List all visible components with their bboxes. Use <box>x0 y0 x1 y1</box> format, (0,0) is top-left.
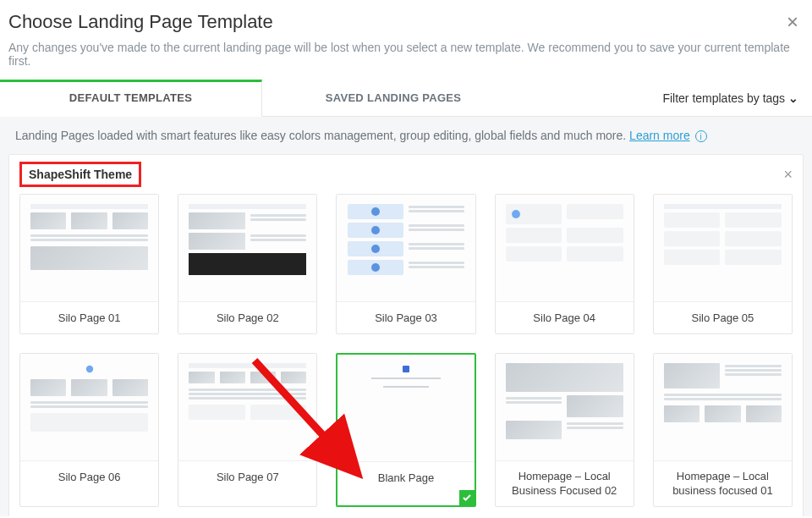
tab-saved-landing-pages[interactable]: SAVED LANDING PAGES <box>262 80 524 116</box>
template-thumbnail <box>337 195 475 301</box>
section-description: Landing Pages loaded with smart features… <box>8 129 804 154</box>
theme-panel: ShapeShift Theme × Silo Page 01 <box>8 154 804 516</box>
template-card[interactable]: Silo Page 07 <box>178 353 317 507</box>
template-label: Silo Page 05 <box>654 301 792 333</box>
template-thumbnail <box>654 354 792 460</box>
template-label: Silo Page 06 <box>20 460 158 493</box>
close-icon[interactable]: × <box>787 10 798 34</box>
template-card[interactable]: Silo Page 04 <box>495 194 634 334</box>
template-card[interactable]: Silo Page 01 <box>19 194 159 334</box>
tab-default-templates[interactable]: DEFAULT TEMPLATES <box>0 80 262 117</box>
selected-check-icon <box>459 490 475 505</box>
theme-title: ShapeShift Theme <box>19 162 141 187</box>
template-card[interactable]: Homepage – Local business focused 01 <box>653 353 793 507</box>
desc-text: Landing Pages loaded with smart features… <box>15 129 629 142</box>
panel-header: ShapeShift Theme × <box>19 162 793 187</box>
template-label: Silo Page 02 <box>178 301 316 333</box>
template-card[interactable]: Silo Page 05 <box>653 194 793 334</box>
page-title: Choose Landing Page Template <box>8 11 273 33</box>
template-thumbnail <box>20 195 158 301</box>
info-icon[interactable]: i <box>695 130 707 142</box>
template-label: Blank Page <box>337 461 474 493</box>
blank-icon <box>403 366 409 372</box>
panel-close-icon[interactable]: × <box>783 166 793 184</box>
template-thumbnail <box>496 354 634 460</box>
filter-label: Filter templates by tags <box>662 91 785 105</box>
template-card-selected[interactable]: Blank Page <box>336 353 475 507</box>
template-card[interactable]: Silo Page 06 <box>19 353 159 507</box>
template-thumbnail <box>20 354 158 460</box>
tabs-row: DEFAULT TEMPLATES SAVED LANDING PAGES Fi… <box>0 80 812 117</box>
template-label: Silo Page 01 <box>20 301 158 333</box>
template-thumbnail <box>178 354 316 460</box>
template-card[interactable]: Silo Page 03 <box>336 194 475 334</box>
templates-grid: Silo Page 01 Silo Page 02 <box>19 194 793 507</box>
template-thumbnail <box>178 195 316 301</box>
template-label: Homepage – Local business focused 01 <box>654 460 792 506</box>
filter-by-tags[interactable]: Filter templates by tags ⌄ <box>662 91 798 105</box>
template-thumbnail <box>337 355 474 461</box>
template-thumbnail <box>654 195 792 301</box>
chevron-down-icon: ⌄ <box>788 91 798 105</box>
template-thumbnail <box>496 195 634 301</box>
template-label: Silo Page 07 <box>178 460 316 493</box>
template-label: Silo Page 04 <box>496 301 634 333</box>
learn-more-link[interactable]: Learn more <box>629 129 690 142</box>
template-label: Homepage – Local Business Focused 02 <box>496 460 634 506</box>
template-card[interactable]: Silo Page 02 <box>178 194 317 334</box>
modal-header: Choose Landing Page Template × <box>0 0 812 41</box>
template-label: Silo Page 03 <box>337 301 475 333</box>
template-card[interactable]: Homepage – Local Business Focused 02 <box>495 353 634 507</box>
content-area: Landing Pages loaded with smart features… <box>0 117 812 516</box>
warning-text: Any changes you've made to the current l… <box>0 41 812 80</box>
